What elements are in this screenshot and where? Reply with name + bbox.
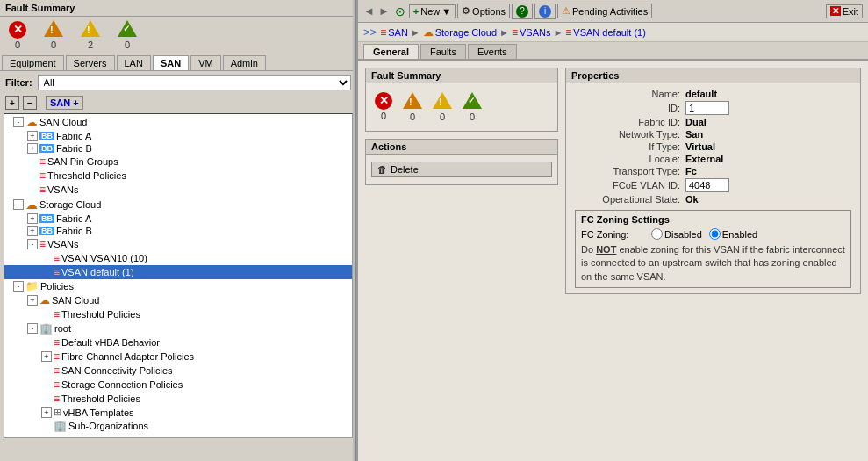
- collapse-all-button[interactable]: −: [23, 96, 37, 110]
- actions-header: Actions: [366, 140, 557, 155]
- nav-home-button[interactable]: ⊙: [395, 4, 405, 18]
- fabric-icon-b1: BB: [39, 144, 54, 153]
- content-left-column: Fault Summary ✕ 0 0 0: [365, 68, 558, 422]
- tab-equipment[interactable]: Equipment: [2, 55, 64, 70]
- tree-item-san-cloud-2[interactable]: + ☁ SAN Cloud: [4, 293, 352, 307]
- tree-toggle-fabric-a-1[interactable]: +: [27, 131, 38, 141]
- breadcrumb-cloud-icon: ☁: [423, 26, 434, 39]
- tab-admin[interactable]: Admin: [223, 55, 266, 70]
- tree-item-vsan-default[interactable]: ≡ VSAN default (1): [4, 265, 352, 279]
- tree-item-sub-organizations[interactable]: 🏢 Sub-Organizations: [4, 419, 352, 433]
- tab-san[interactable]: SAN: [153, 55, 189, 70]
- new-button[interactable]: + New ▼: [409, 4, 456, 18]
- tree-toggle-fabric-a-2[interactable]: +: [27, 213, 38, 224]
- tree-item-vsan-10[interactable]: ≡ VSAN VSAN10 (10): [4, 251, 352, 265]
- tree-item-default-vhba[interactable]: ≡ Default vHBA Behavior: [4, 335, 352, 349]
- fault-count-error: 0: [15, 40, 20, 50]
- tree-item-fabric-a-2[interactable]: + BB Fabric A: [4, 212, 352, 225]
- tab-vm[interactable]: VM: [190, 55, 221, 70]
- tree-item-storage-cloud[interactable]: - ☁ Storage Cloud: [4, 197, 352, 212]
- prop-fcoe-vlan-input[interactable]: [685, 178, 729, 192]
- tree-toggle-fabric-b-2[interactable]: +: [27, 226, 38, 236]
- new-label: New: [420, 6, 440, 17]
- tab-events[interactable]: Events: [468, 44, 517, 59]
- tree-item-vsans-2[interactable]: - ≡ VSANs: [4, 237, 352, 251]
- org-icon-root: 🏢: [39, 322, 53, 335]
- tree-toggle-san-cloud[interactable]: -: [13, 117, 24, 127]
- breadcrumb-storage-cloud[interactable]: Storage Cloud: [435, 27, 497, 38]
- tree-toggle-policies[interactable]: -: [13, 281, 24, 292]
- tree-item-root[interactable]: - 🏢 root: [4, 321, 352, 335]
- options-button[interactable]: ⚙ Options: [457, 4, 510, 18]
- breadcrumb-vsans[interactable]: VSANs: [520, 27, 550, 38]
- nav-forward-button[interactable]: ►: [377, 4, 391, 18]
- tree-item-fabric-b-1[interactable]: + BB Fabric B: [4, 142, 352, 155]
- prop-if-type-row: If Type: Virtual: [575, 141, 851, 152]
- filter-label: Filter:: [5, 77, 32, 88]
- tree-item-vsans-1[interactable]: ≡ VSANs: [4, 183, 352, 197]
- cloud-icon-san-2: ☁: [39, 294, 50, 306]
- exit-button[interactable]: ✕ Exit: [826, 4, 863, 18]
- prop-name-row: Name: default: [575, 89, 851, 99]
- prop-id-label: ID:: [575, 103, 680, 113]
- fault-summary-box: Fault Summary ✕ 0 0 0: [365, 68, 558, 132]
- tab-faults[interactable]: Faults: [420, 44, 466, 59]
- delete-button[interactable]: 🗑 Delete: [371, 162, 552, 177]
- breadcrumb-sep-3: ►: [553, 27, 563, 38]
- fc-zoning-title: FC Zoning Settings: [581, 214, 845, 225]
- fc-zoning-disabled-option[interactable]: Disabled: [651, 228, 702, 240]
- help-button[interactable]: ?: [512, 4, 533, 19]
- filter-select[interactable]: All: [38, 75, 351, 90]
- fault-count-warning-yellow: 2: [88, 40, 93, 50]
- nav-back-button[interactable]: ◄: [362, 4, 377, 18]
- tree-item-san-pin-groups[interactable]: ≡ SAN Pin Groups: [4, 155, 352, 169]
- tree-toggle-root[interactable]: -: [27, 323, 38, 334]
- left-panel: Fault Summary ✕ 0 0 2 0 Equipment Server…: [0, 0, 358, 461]
- fc-zoning-enabled-radio[interactable]: [709, 228, 721, 240]
- warning-orange-icon: [44, 20, 63, 37]
- prop-id-input[interactable]: [685, 101, 729, 115]
- tree-item-fibre-channel[interactable]: + ≡ Fibre Channel Adapter Policies: [4, 349, 352, 364]
- tree-toggle-storage-cloud[interactable]: -: [13, 199, 24, 210]
- fc-zoning-disabled-radio[interactable]: [651, 228, 663, 240]
- tree-toggle-vsans-2[interactable]: -: [27, 239, 38, 249]
- tab-servers[interactable]: Servers: [66, 55, 115, 70]
- fc-warning-text: Do NOT enable zoning for this VSAN if th…: [581, 243, 845, 284]
- tree-item-storage-connection[interactable]: ≡ Storage Connection Policies: [4, 378, 352, 392]
- exit-label: Exit: [843, 6, 858, 17]
- fault-summary-mini: ✕ 0 0 0 0: [371, 89, 552, 126]
- template-icon: ⊞: [54, 407, 61, 418]
- tree-toggle-san-cloud-2[interactable]: +: [27, 295, 38, 306]
- resize-handle[interactable]: [353, 0, 356, 461]
- tree-label-vsan-10: VSAN VSAN10 (10): [61, 253, 147, 263]
- fc-zoning-enabled-option[interactable]: Enabled: [709, 228, 757, 240]
- tree-item-san-connectivity[interactable]: ≡ SAN Connectivity Policies: [4, 364, 352, 378]
- pending-activities-button[interactable]: ⚠ Pending Activities: [557, 4, 652, 18]
- exit-icon: ✕: [830, 6, 841, 16]
- breadcrumb-vsan-default[interactable]: VSAN default (1): [573, 27, 646, 38]
- tree-item-policies[interactable]: - 📁 Policies: [4, 279, 352, 293]
- tree-item-threshold-policies-3[interactable]: ≡ Threshold Policies: [4, 392, 352, 406]
- tree-item-fabric-a-1[interactable]: + BB Fabric A: [4, 130, 352, 142]
- san-plus-button[interactable]: SAN +: [46, 96, 83, 110]
- tree-item-threshold-policies-2[interactable]: ≡ Threshold Policies: [4, 307, 352, 321]
- list-icon-threshold3: ≡: [54, 393, 60, 405]
- tree-toggle-fibre-channel[interactable]: +: [41, 351, 52, 362]
- info-button[interactable]: i: [534, 4, 556, 19]
- tree-toggle-vhba-templates[interactable]: +: [41, 407, 52, 418]
- tree-item-san-cloud[interactable]: - ☁ SAN Cloud: [4, 114, 352, 130]
- breadcrumb-vsan-icon: ≡: [565, 26, 571, 39]
- tab-general[interactable]: General: [363, 44, 419, 59]
- tree-toggle-fabric-b-1[interactable]: +: [27, 143, 38, 154]
- mini-warning-yellow-count: 0: [440, 112, 445, 122]
- expand-all-button[interactable]: +: [5, 96, 19, 110]
- tree-item-threshold-policies-1[interactable]: ≡ Threshold Policies: [4, 169, 352, 183]
- tree-item-vhba-templates[interactable]: + ⊞ vHBA Templates: [4, 406, 352, 419]
- tree-label-vhba-templates: vHBA Templates: [63, 407, 134, 418]
- prop-transport-type-label: Transport Type:: [575, 166, 680, 176]
- tree-container[interactable]: - ☁ SAN Cloud + BB Fabric A + BB Fabric …: [4, 113, 353, 438]
- tree-item-fabric-b-2[interactable]: + BB Fabric B: [4, 225, 352, 237]
- tab-lan[interactable]: LAN: [117, 55, 151, 70]
- breadcrumb-san[interactable]: SAN: [388, 27, 408, 38]
- warning-yellow-icon: [81, 20, 100, 37]
